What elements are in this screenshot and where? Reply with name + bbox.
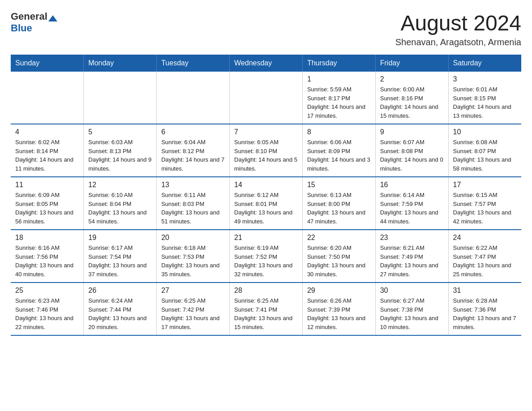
calendar-cell: 15Sunrise: 6:13 AMSunset: 8:00 PMDayligh… <box>302 177 375 230</box>
calendar-cell: 23Sunrise: 6:21 AMSunset: 7:49 PMDayligh… <box>375 230 448 283</box>
calendar-cell: 30Sunrise: 6:27 AMSunset: 7:38 PMDayligh… <box>375 283 448 335</box>
day-info: Sunrise: 6:13 AMSunset: 8:00 PMDaylight:… <box>307 191 371 226</box>
day-number: 13 <box>161 181 225 189</box>
day-info: Sunrise: 6:14 AMSunset: 7:59 PMDaylight:… <box>380 191 444 226</box>
day-number: 1 <box>307 75 371 83</box>
col-header-wednesday: Wednesday <box>230 55 303 72</box>
col-header-thursday: Thursday <box>302 55 375 72</box>
calendar-cell: 18Sunrise: 6:16 AMSunset: 7:56 PMDayligh… <box>11 230 84 283</box>
calendar-cell: 6Sunrise: 6:04 AMSunset: 8:12 PMDaylight… <box>157 124 230 177</box>
calendar-cell: 29Sunrise: 6:26 AMSunset: 7:39 PMDayligh… <box>302 283 375 335</box>
day-info: Sunrise: 6:21 AMSunset: 7:49 PMDaylight:… <box>380 244 444 278</box>
day-info: Sunrise: 6:07 AMSunset: 8:08 PMDaylight:… <box>380 138 444 173</box>
calendar-cell: 9Sunrise: 6:07 AMSunset: 8:08 PMDaylight… <box>375 124 448 177</box>
month-title: August 2024 <box>395 11 521 35</box>
day-info: Sunrise: 6:06 AMSunset: 8:09 PMDaylight:… <box>307 138 371 173</box>
day-number: 18 <box>15 234 79 242</box>
day-number: 29 <box>307 287 371 295</box>
day-info: Sunrise: 6:16 AMSunset: 7:56 PMDaylight:… <box>15 244 79 278</box>
title-block: August 2024 Shenavan, Aragatsotn, Armeni… <box>395 11 521 47</box>
day-info: Sunrise: 6:11 AMSunset: 8:03 PMDaylight:… <box>161 191 225 226</box>
logo-blue: Blue <box>11 22 32 34</box>
calendar-cell: 10Sunrise: 6:08 AMSunset: 8:07 PMDayligh… <box>448 124 521 177</box>
day-number: 15 <box>307 181 371 189</box>
logo-general: General <box>11 11 47 22</box>
day-info: Sunrise: 6:19 AMSunset: 7:52 PMDaylight:… <box>234 244 298 278</box>
day-info: Sunrise: 6:09 AMSunset: 8:05 PMDaylight:… <box>15 191 79 226</box>
day-number: 28 <box>234 287 298 295</box>
day-number: 31 <box>453 287 517 295</box>
day-number: 26 <box>88 287 152 295</box>
day-number: 7 <box>234 128 298 136</box>
day-number: 2 <box>380 75 444 83</box>
col-header-saturday: Saturday <box>448 55 521 72</box>
day-number: 14 <box>234 181 298 189</box>
day-number: 27 <box>161 287 225 295</box>
day-number: 16 <box>380 181 444 189</box>
page-header: General Blue August 2024 Shenavan, Araga… <box>11 11 521 47</box>
day-info: Sunrise: 6:15 AMSunset: 7:57 PMDaylight:… <box>453 191 517 226</box>
col-header-sunday: Sunday <box>11 55 84 72</box>
day-number: 19 <box>88 234 152 242</box>
day-info: Sunrise: 5:59 AMSunset: 8:17 PMDaylight:… <box>307 85 371 120</box>
logo-icon: General Blue <box>11 11 57 34</box>
calendar-cell: 12Sunrise: 6:10 AMSunset: 8:04 PMDayligh… <box>84 177 157 230</box>
day-number: 8 <box>307 128 371 136</box>
day-number: 25 <box>15 287 79 295</box>
calendar-cell: 13Sunrise: 6:11 AMSunset: 8:03 PMDayligh… <box>157 177 230 230</box>
calendar-table: SundayMondayTuesdayWednesdayThursdayFrid… <box>11 55 521 336</box>
day-info: Sunrise: 6:23 AMSunset: 7:46 PMDaylight:… <box>15 296 79 331</box>
calendar-cell <box>230 72 303 124</box>
day-info: Sunrise: 6:17 AMSunset: 7:54 PMDaylight:… <box>88 244 152 278</box>
calendar-cell: 5Sunrise: 6:03 AMSunset: 8:13 PMDaylight… <box>84 124 157 177</box>
calendar-cell <box>11 72 84 124</box>
calendar-cell: 27Sunrise: 6:25 AMSunset: 7:42 PMDayligh… <box>157 283 230 335</box>
day-info: Sunrise: 6:04 AMSunset: 8:12 PMDaylight:… <box>161 138 225 173</box>
day-info: Sunrise: 6:02 AMSunset: 8:14 PMDaylight:… <box>15 138 79 173</box>
day-number: 21 <box>234 234 298 242</box>
day-number: 24 <box>453 234 517 242</box>
day-info: Sunrise: 6:28 AMSunset: 7:36 PMDaylight:… <box>453 296 517 331</box>
day-info: Sunrise: 6:08 AMSunset: 8:07 PMDaylight:… <box>453 138 517 173</box>
day-number: 10 <box>453 128 517 136</box>
day-number: 11 <box>15 181 79 189</box>
calendar-cell: 20Sunrise: 6:18 AMSunset: 7:53 PMDayligh… <box>157 230 230 283</box>
calendar-cell: 2Sunrise: 6:00 AMSunset: 8:16 PMDaylight… <box>375 72 448 124</box>
logo: General Blue <box>11 11 59 34</box>
day-info: Sunrise: 6:27 AMSunset: 7:38 PMDaylight:… <box>380 296 444 331</box>
day-number: 9 <box>380 128 444 136</box>
day-number: 30 <box>380 287 444 295</box>
col-header-friday: Friday <box>375 55 448 72</box>
day-info: Sunrise: 6:00 AMSunset: 8:16 PMDaylight:… <box>380 85 444 120</box>
day-number: 17 <box>453 181 517 189</box>
calendar-cell: 11Sunrise: 6:09 AMSunset: 8:05 PMDayligh… <box>11 177 84 230</box>
calendar-header-row: SundayMondayTuesdayWednesdayThursdayFrid… <box>11 55 521 72</box>
day-number: 23 <box>380 234 444 242</box>
day-number: 6 <box>161 128 225 136</box>
calendar-cell: 19Sunrise: 6:17 AMSunset: 7:54 PMDayligh… <box>84 230 157 283</box>
day-info: Sunrise: 6:22 AMSunset: 7:47 PMDaylight:… <box>453 244 517 278</box>
calendar-cell: 31Sunrise: 6:28 AMSunset: 7:36 PMDayligh… <box>448 283 521 335</box>
day-info: Sunrise: 6:25 AMSunset: 7:41 PMDaylight:… <box>234 296 298 331</box>
calendar-cell: 21Sunrise: 6:19 AMSunset: 7:52 PMDayligh… <box>230 230 303 283</box>
week-row-2: 4Sunrise: 6:02 AMSunset: 8:14 PMDaylight… <box>11 124 521 177</box>
calendar-cell: 24Sunrise: 6:22 AMSunset: 7:47 PMDayligh… <box>448 230 521 283</box>
day-info: Sunrise: 6:01 AMSunset: 8:15 PMDaylight:… <box>453 85 517 120</box>
calendar-cell: 1Sunrise: 5:59 AMSunset: 8:17 PMDaylight… <box>302 72 375 124</box>
week-row-3: 11Sunrise: 6:09 AMSunset: 8:05 PMDayligh… <box>11 177 521 230</box>
day-number: 22 <box>307 234 371 242</box>
calendar-cell: 17Sunrise: 6:15 AMSunset: 7:57 PMDayligh… <box>448 177 521 230</box>
calendar-cell: 28Sunrise: 6:25 AMSunset: 7:41 PMDayligh… <box>230 283 303 335</box>
day-info: Sunrise: 6:18 AMSunset: 7:53 PMDaylight:… <box>161 244 225 278</box>
calendar-cell: 8Sunrise: 6:06 AMSunset: 8:09 PMDaylight… <box>302 124 375 177</box>
day-number: 4 <box>15 128 79 136</box>
col-header-tuesday: Tuesday <box>157 55 230 72</box>
day-info: Sunrise: 6:10 AMSunset: 8:04 PMDaylight:… <box>88 191 152 226</box>
week-row-5: 25Sunrise: 6:23 AMSunset: 7:46 PMDayligh… <box>11 283 521 335</box>
calendar-cell <box>157 72 230 124</box>
calendar-cell: 25Sunrise: 6:23 AMSunset: 7:46 PMDayligh… <box>11 283 84 335</box>
calendar-cell <box>84 72 157 124</box>
calendar-cell: 26Sunrise: 6:24 AMSunset: 7:44 PMDayligh… <box>84 283 157 335</box>
day-info: Sunrise: 6:25 AMSunset: 7:42 PMDaylight:… <box>161 296 225 331</box>
calendar-cell: 7Sunrise: 6:05 AMSunset: 8:10 PMDaylight… <box>230 124 303 177</box>
